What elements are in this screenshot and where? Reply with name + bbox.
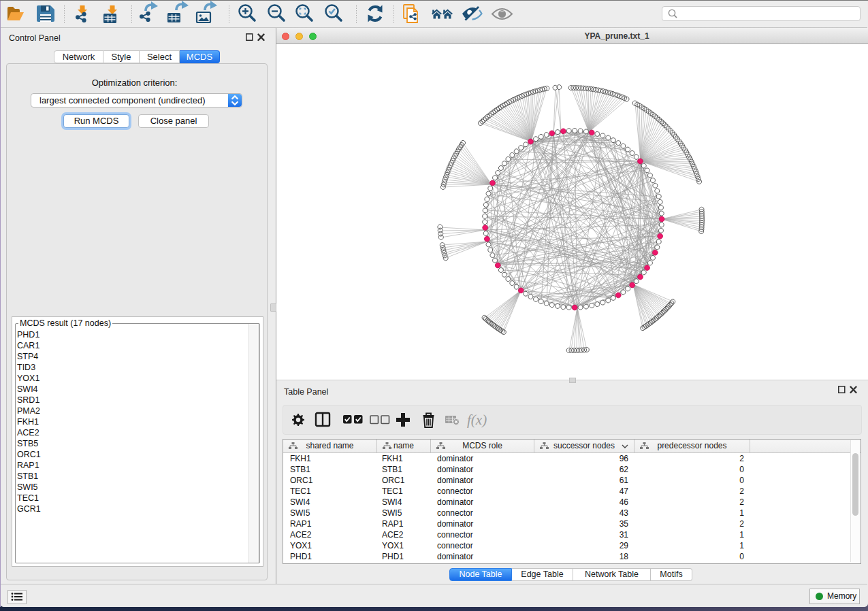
svg-text:f(x): f(x) <box>467 412 487 428</box>
